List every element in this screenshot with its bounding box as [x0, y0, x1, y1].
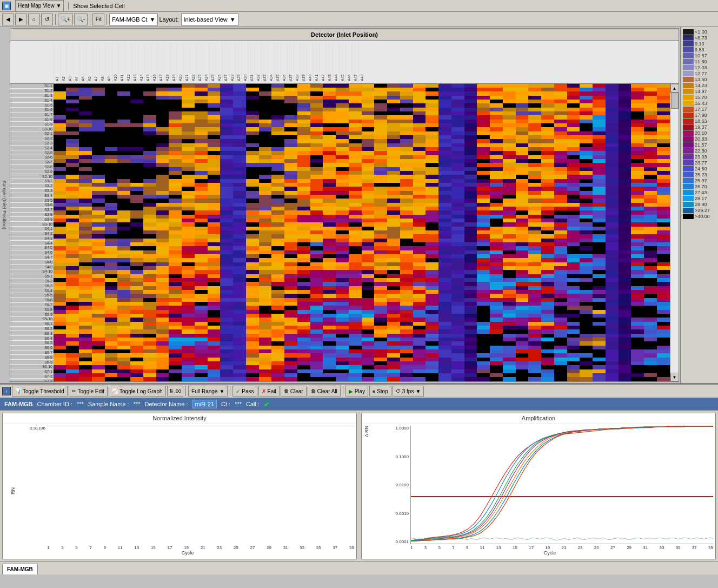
- zoom-in-btn[interactable]: 🔍+: [58, 14, 73, 25]
- amp-y-5: 0.0001: [387, 539, 409, 544]
- scroll-down-btn[interactable]: ▼: [670, 373, 679, 381]
- scroll-thumb[interactable]: [671, 93, 679, 109]
- legend-color: [683, 118, 694, 124]
- fail-btn[interactable]: ✗ Fail: [258, 386, 280, 397]
- detector-dropdown[interactable]: FAM-MGB Ct ▼: [109, 14, 158, 25]
- legend-item: 25.23: [683, 172, 716, 177]
- scroll-up-btn[interactable]: ▲: [670, 84, 679, 93]
- legend-value: <8.73: [695, 35, 707, 41]
- legend-item: 28.90: [683, 202, 716, 207]
- row-label: S4-10: [10, 269, 54, 274]
- toggle-threshold-btn[interactable]: 📊 Toggle Threshold: [12, 386, 68, 397]
- ni-y-label-text: RN: [10, 488, 16, 495]
- row-label: S5-5: [10, 293, 54, 298]
- col-header: A41: [313, 42, 320, 82]
- legend-item: 15.70: [683, 95, 716, 100]
- row-label: S4-2: [10, 232, 54, 236]
- fit-label: Fit: [96, 16, 102, 22]
- fps-btn[interactable]: ⏱ 3 fps ▼: [393, 386, 424, 397]
- legend-value: 20.83: [695, 136, 707, 142]
- row-label: S6-6: [10, 346, 54, 351]
- fam-mgb-tab[interactable]: FAM-MGB: [2, 564, 38, 574]
- legend-color: [683, 77, 694, 82]
- legend-value: 21.57: [695, 142, 707, 148]
- forward-btn[interactable]: ▶: [15, 14, 27, 25]
- row-label: S3-7: [10, 208, 54, 213]
- pass-btn[interactable]: ✓ Pass: [232, 386, 257, 397]
- legend-value: 28.90: [695, 202, 707, 207]
- col-header: A6: [86, 42, 92, 82]
- refresh-btn[interactable]: ↺: [41, 14, 53, 25]
- amp-y-axis: 1.0000 0.1000 0.0100 0.0010 0.0001: [387, 426, 410, 544]
- stop-btn[interactable]: ■ Stop: [369, 386, 391, 397]
- legend-value: 11.30: [695, 59, 707, 64]
- heat-map-view-btn[interactable]: Heat Map View ▼: [15, 0, 64, 12]
- pass-icon: ✓: [236, 388, 240, 394]
- chamber-id-label: Chamber ID :: [37, 401, 72, 407]
- col-header: A7: [92, 42, 99, 82]
- row-label: S1-4: [10, 98, 54, 103]
- full-range-arrow: ▼: [219, 388, 224, 394]
- legend-item: 10.57: [683, 53, 716, 58]
- clear-all-btn[interactable]: 🗑 Clear All: [308, 386, 341, 397]
- legend-item: 22.30: [683, 148, 716, 154]
- col-headers-area: A1A2A3A4A5A6A7A8A9A10A11A12A13A14A15A16A…: [54, 41, 679, 83]
- row-label: S7-1: [10, 369, 54, 374]
- legend-value: 25.97: [695, 178, 707, 183]
- call-value: ✔: [264, 400, 270, 408]
- y-axis-label: Sample (Inlet Position): [0, 27, 9, 383]
- clear-all-label: Clear All: [317, 388, 337, 394]
- row-label: S2-1: [10, 131, 54, 136]
- row-label: S5-8: [10, 307, 54, 312]
- col-header: A28: [229, 42, 235, 82]
- row-label: S3-5: [10, 198, 54, 203]
- toggle-edit-btn[interactable]: ✏ Toggle Edit: [69, 386, 108, 397]
- back-btn[interactable]: ◀: [2, 14, 14, 25]
- heatmap-canvas[interactable]: [54, 84, 670, 381]
- row-label: S5-1: [10, 274, 54, 279]
- sep2: [90, 14, 90, 25]
- col-header: A35: [274, 42, 281, 82]
- fit-btn[interactable]: Fit: [92, 14, 104, 25]
- detector-value: FAM-MGB Ct: [112, 16, 147, 23]
- legend-value: 9.83: [695, 47, 704, 52]
- full-range-btn[interactable]: Full Range ▼: [188, 386, 228, 397]
- row-label: S5-3: [10, 283, 54, 288]
- legend-value: 19.37: [695, 124, 707, 130]
- legend-item: 19.37: [683, 124, 716, 130]
- play-btn[interactable]: ▶ Play: [345, 386, 368, 397]
- scrollbar-vertical[interactable]: ▲ ▼: [670, 84, 679, 381]
- legend-item: 14.97: [683, 89, 716, 94]
- ni-y-max: 0.91106: [21, 426, 45, 431]
- legend-color: [683, 95, 694, 100]
- zoom-out-btn[interactable]: 🔍-: [74, 14, 88, 25]
- scroll-track[interactable]: [670, 93, 679, 373]
- legend-color: [683, 124, 694, 130]
- row-label: S5-7: [10, 303, 54, 308]
- legend-value: 13.50: [695, 77, 707, 82]
- clear-btn[interactable]: 🗑 Clear: [281, 386, 307, 397]
- legend-color: [683, 214, 694, 219]
- col-header: A36: [281, 42, 287, 82]
- layout-dropdown[interactable]: Inlet-based View ▼: [181, 14, 238, 25]
- row-label: S3-1: [10, 179, 54, 184]
- legend-color: [683, 142, 694, 148]
- ni-y-axis: 0.91106: [21, 426, 47, 544]
- ct-label: Ct :: [221, 401, 230, 407]
- col-header: A17: [157, 42, 164, 82]
- col-header: A9: [105, 42, 112, 82]
- home-btn[interactable]: ⌂: [28, 14, 40, 25]
- row-label: S5-10: [10, 317, 54, 322]
- chamber-id-value: ***: [77, 401, 84, 407]
- stop-icon: ■: [373, 389, 375, 394]
- toggle-log-graph-btn[interactable]: 📈 Toggle Log Graph: [109, 386, 166, 397]
- row-label: S2-9: [10, 169, 54, 174]
- show-selected-cell-label: Show Selected Cell: [73, 3, 124, 9]
- amp-y-1: 1.0000: [387, 426, 409, 431]
- legend-value: 10.57: [695, 53, 707, 58]
- col-header: A32: [255, 42, 261, 82]
- legend-color: [683, 208, 694, 213]
- legend-color: [683, 47, 694, 52]
- legend-item: 26.70: [683, 184, 716, 189]
- row-label: S4-4: [10, 241, 54, 246]
